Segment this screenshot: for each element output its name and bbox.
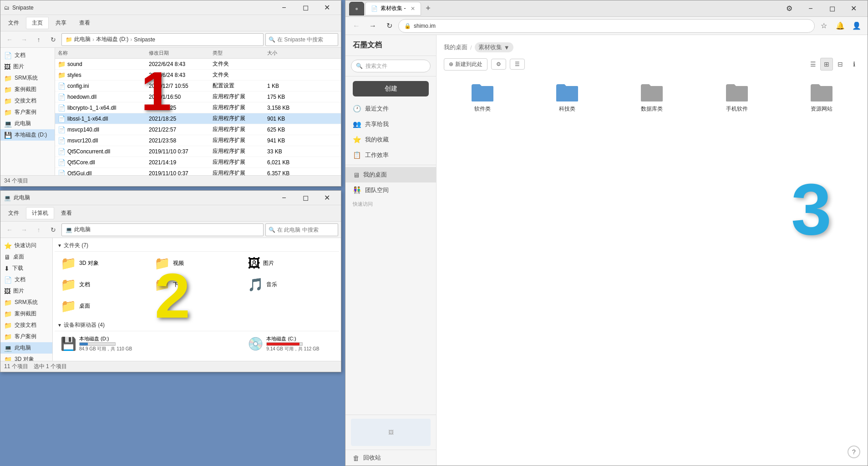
win2-maximize-button[interactable]: ◻ <box>295 191 316 205</box>
address-bar[interactable]: 📁 此电脑 › 本地磁盘 (D:) › Snipaste <box>61 33 264 46</box>
col-type[interactable]: 类型 <box>213 50 267 56</box>
browser-settings-button[interactable]: ⚙ <box>779 1 800 16</box>
sidebar-item-screenshots[interactable]: 📁 案例截图 <box>0 84 55 95</box>
browser-create-button[interactable]: 创建 <box>353 81 429 96</box>
browser-bell-button[interactable]: 🔔 <box>833 19 848 33</box>
win2-thispc[interactable]: 💻 此电脑 <box>0 342 52 354</box>
win2-desktop[interactable]: 🖥 桌面 <box>0 251 52 263</box>
browser-tab-blank[interactable]: ● <box>349 2 364 15</box>
sidebar-item-drived[interactable]: 💾 本地磁盘 (D:) <box>0 129 55 141</box>
new-here-button[interactable]: ⊕ 新建到此处 <box>444 58 487 71</box>
refresh-button[interactable]: ↻ <box>47 33 60 46</box>
folder-item[interactable]: 🖼 图片 <box>244 253 336 273</box>
browser-star-button[interactable]: ☆ <box>817 19 831 33</box>
file-row[interactable]: 📄 Qt5Core.dll 2021/14:19 应用程序扩展 6,021 KB <box>55 157 341 168</box>
win1-tab-home[interactable]: 主页 <box>26 17 49 29</box>
search-box-2[interactable]: 🔍 <box>265 223 338 236</box>
browser-close-button[interactable]: ✕ <box>843 1 864 16</box>
win2-screenshots[interactable]: 📁 案例截图 <box>0 308 52 319</box>
win2-close-button[interactable]: ✕ <box>316 191 337 205</box>
file-row[interactable]: 📁 sound 2022/6/24 8:43 文件夹 <box>55 59 341 70</box>
folder-item[interactable]: 📁 文档 <box>57 275 149 294</box>
bs-nav-recent[interactable]: 🕐 最近文件 <box>345 101 436 116</box>
win2-tab-file[interactable]: 文件 <box>2 207 25 219</box>
file-row[interactable]: 📄 hoedown.dll 2021/1/16:50 应用程序扩展 175 KB <box>55 91 341 102</box>
sort-button[interactable]: ☰ <box>510 59 525 70</box>
file-row[interactable]: 📄 Qt5Concurrent.dll 2019/11/10 0:37 应用程序… <box>55 146 341 157</box>
gallery-view-button[interactable]: ⊟ <box>834 58 847 71</box>
win2-tab-computer[interactable]: 计算机 <box>26 207 54 219</box>
folder-item[interactable]: 🎵 音乐 <box>244 275 336 294</box>
file-row[interactable]: 📄 Qt5Gui.dll 2019/11/10 0:37 应用程序扩展 6,35… <box>55 168 341 175</box>
win2-srm[interactable]: 📁 SRM系统 <box>0 297 52 308</box>
browser-folder-card[interactable]: 数据库类 <box>613 78 690 117</box>
tab-main-close[interactable]: ✕ <box>411 5 415 12</box>
drives-section-header[interactable]: ▼ 设备和驱动器 (4) <box>55 319 339 331</box>
forward-button[interactable]: → <box>18 33 30 46</box>
win1-tab-file[interactable]: 文件 <box>2 17 25 29</box>
browser-refresh-button[interactable]: ↻ <box>382 19 396 33</box>
win2-refresh-button[interactable]: ↻ <box>47 223 60 236</box>
win1-tab-view[interactable]: 查看 <box>73 17 96 29</box>
browser-folder-card[interactable]: 手机软件 <box>698 78 776 117</box>
win2-docs[interactable]: 📄 文档 <box>0 274 52 285</box>
bs-nav-work[interactable]: 📋 工作效率 <box>345 147 436 163</box>
win1-maximize-button[interactable]: ◻ <box>295 1 316 15</box>
col-size[interactable]: 大小 <box>267 50 304 56</box>
col-date[interactable]: 修改日期 <box>149 50 213 56</box>
new-tab-button[interactable]: + <box>422 2 435 15</box>
win2-up-button[interactable]: ↑ <box>32 223 45 236</box>
file-row[interactable]: 📄 libssl-1_1-x64.dll 2021/18:25 应用程序扩展 9… <box>55 113 341 124</box>
sidebar-item-srm[interactable]: 📁 SRM系统 <box>0 72 55 84</box>
browser-forward-button[interactable]: → <box>365 19 380 33</box>
file-row[interactable]: 📁 styles 2022/6/24 8:43 文件夹 <box>55 70 341 81</box>
help-button[interactable]: ? <box>848 446 860 458</box>
browser-back-button[interactable]: ← <box>349 19 364 33</box>
sidebar-item-clients[interactable]: 📁 客户案例 <box>0 106 55 118</box>
folder-item[interactable]: 📁 桌面 <box>57 296 149 316</box>
search-input-2[interactable] <box>277 227 335 233</box>
col-name[interactable]: 名称 <box>58 50 149 56</box>
win2-forward-button[interactable]: → <box>18 223 30 236</box>
win2-pics[interactable]: 🖼 图片 <box>0 285 52 297</box>
win2-quick-access[interactable]: ⭐ 快速访问 <box>0 240 52 251</box>
up-button[interactable]: ↑ <box>32 33 45 46</box>
info-view-button[interactable]: ℹ <box>848 58 860 71</box>
sidebar-item-handover[interactable]: 📁 交接文档 <box>0 95 55 106</box>
sidebar-item-thispc[interactable]: 💻 此电脑 <box>0 118 55 129</box>
search-box-1[interactable]: 🔍 <box>265 33 338 46</box>
win1-minimize-button[interactable]: − <box>274 1 294 15</box>
filter-button[interactable]: ⚙ <box>491 59 506 70</box>
sidebar-item-docs[interactable]: 📄 文档 <box>0 50 55 61</box>
bs-nav-team[interactable]: 👫 团队空间 <box>345 182 436 198</box>
grid-view-button[interactable]: ⊞ <box>820 58 833 71</box>
browser-minimize-button[interactable]: − <box>800 1 821 16</box>
url-bar[interactable]: 🔒 shimo.im <box>398 19 815 33</box>
browser-folder-card[interactable]: 软件类 <box>444 78 521 117</box>
file-row[interactable]: 📄 libcrypto-1_1-x64.dll 2021/18:25 应用程序扩… <box>55 102 341 113</box>
bs-nav-shared[interactable]: 👥 共享给我 <box>345 116 436 132</box>
folder-item[interactable]: 📁 3D 对象 <box>57 253 149 273</box>
browser-folder-card[interactable]: 科技类 <box>528 78 606 117</box>
browser-search-input[interactable]: 🔍 搜索文件 <box>351 60 431 72</box>
win2-3dobjects[interactable]: 📁 3D 对象 <box>0 354 52 361</box>
search-input-1[interactable] <box>277 36 335 43</box>
list-view-button[interactable]: ☰ <box>807 58 819 71</box>
bs-recycle[interactable]: 🗑 回收站 <box>345 450 436 466</box>
win2-back-button[interactable]: ← <box>3 223 16 236</box>
file-row[interactable]: 📄 msvcr120.dll 2021/23:58 应用程序扩展 941 KB <box>55 135 341 146</box>
back-button[interactable]: ← <box>3 33 16 46</box>
sidebar-item-pictures[interactable]: 🖼 图片 <box>0 61 55 72</box>
win2-tab-view[interactable]: 查看 <box>55 207 78 219</box>
browser-tab-main[interactable]: 📄 素材收集 - ✕ <box>365 2 421 15</box>
win2-downloads[interactable]: ⬇ 下载 <box>0 263 52 274</box>
win1-close-button[interactable]: ✕ <box>316 1 337 15</box>
bs-nav-starred[interactable]: ⭐ 我的收藏 <box>345 132 436 147</box>
win2-address-bar[interactable]: 💻 此电脑 <box>61 223 264 236</box>
file-list-header[interactable]: 名称 修改日期 类型 大小 <box>55 48 341 59</box>
file-row[interactable]: 📄 msvcp140.dll 2021/22:57 应用程序扩展 625 KB <box>55 124 341 135</box>
drive-item[interactable]: 💿 本地磁盘 (C:) 9.14 GB 可用，共 112 GB <box>244 333 336 355</box>
folders-section-header[interactable]: ▼ 文件夹 (7) <box>55 240 339 252</box>
breadcrumb-home[interactable]: 我的桌面 <box>444 43 467 51</box>
win1-tab-share[interactable]: 共享 <box>50 17 72 29</box>
